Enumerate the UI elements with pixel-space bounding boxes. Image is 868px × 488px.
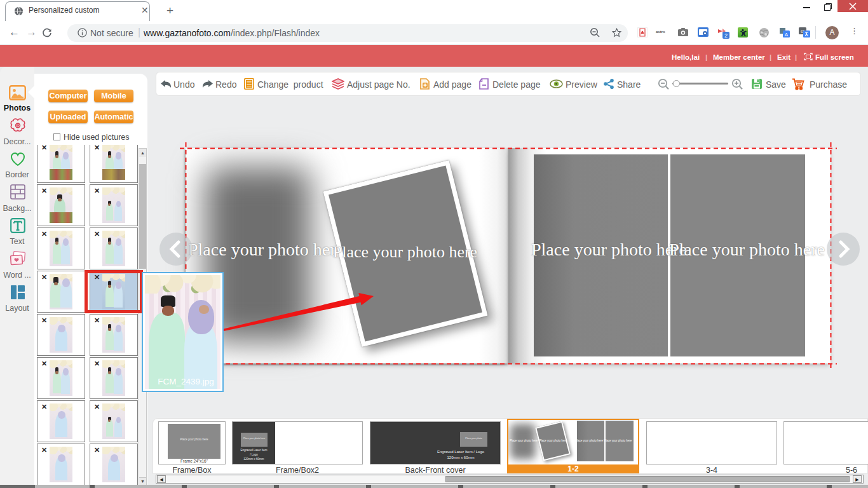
svg-text:A: A: [785, 32, 789, 37]
svg-text:2: 2: [724, 32, 728, 39]
